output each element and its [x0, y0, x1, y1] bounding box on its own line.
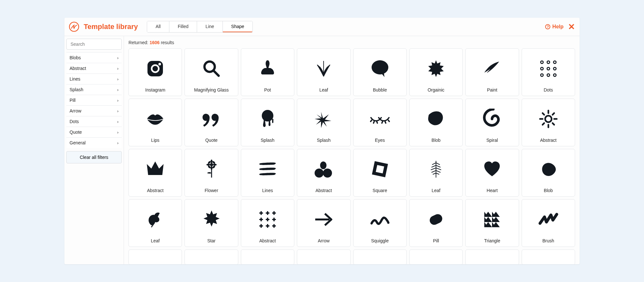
- template-label: Heart: [487, 186, 497, 193]
- svg-point-7: [541, 61, 543, 63]
- template-card[interactable]: Triangle: [465, 199, 519, 247]
- svg-point-6: [372, 60, 388, 74]
- results-suffix: results: [161, 40, 174, 45]
- template-card[interactable]: Splash: [297, 99, 350, 146]
- template-card[interactable]: Leaf: [409, 149, 463, 197]
- template-card[interactable]: [128, 249, 182, 264]
- svg-line-47: [432, 163, 436, 165]
- close-button[interactable]: ✕: [568, 23, 575, 31]
- filter-general[interactable]: General›: [66, 137, 122, 148]
- chevron-right-icon: ›: [117, 87, 118, 92]
- template-card[interactable]: Orgainic: [409, 48, 463, 96]
- instagram-icon: [132, 52, 178, 85]
- chevron-right-icon: ›: [117, 98, 118, 103]
- template-card[interactable]: Brush: [522, 199, 575, 247]
- filter-lines[interactable]: Lines›: [66, 73, 122, 84]
- plusgrid-icon: [244, 203, 291, 236]
- chevron-right-icon: ›: [117, 119, 118, 124]
- clear-filters-button[interactable]: Clear all filters: [66, 151, 122, 163]
- filter-dots[interactable]: Dots›: [66, 116, 122, 127]
- template-label: Pot: [264, 85, 271, 92]
- template-card[interactable]: Flower: [185, 149, 238, 197]
- template-card[interactable]: Spiral: [465, 99, 519, 146]
- filter-abstract[interactable]: Abstract›: [66, 63, 122, 73]
- template-card[interactable]: Heart: [465, 149, 519, 197]
- template-card[interactable]: Instagram: [128, 48, 182, 96]
- template-card[interactable]: Bubble: [353, 48, 407, 96]
- filter-label: Blobs: [70, 55, 81, 60]
- template-label: Star: [207, 236, 216, 243]
- template-label: Flower: [205, 186, 218, 193]
- filter-pill[interactable]: Pill›: [66, 95, 122, 105]
- template-card[interactable]: [353, 249, 407, 264]
- template-card[interactable]: Abstract: [522, 99, 575, 146]
- aloe-icon: [300, 52, 347, 85]
- template-card[interactable]: Squiggle: [353, 199, 407, 247]
- template-card[interactable]: Star: [185, 199, 238, 247]
- template-card[interactable]: [241, 249, 294, 264]
- app-logo-icon: [69, 22, 79, 32]
- svg-line-31: [553, 113, 554, 115]
- template-card[interactable]: Eyes: [353, 99, 407, 146]
- template-card[interactable]: [522, 249, 575, 264]
- filter-blobs[interactable]: Blobs›: [66, 52, 122, 63]
- template-card[interactable]: Lines: [241, 149, 294, 197]
- filter-label: Pill: [70, 98, 76, 103]
- template-label: Bubble: [373, 85, 387, 92]
- template-card[interactable]: Abstract: [128, 149, 182, 197]
- template-card[interactable]: [465, 249, 519, 264]
- template-card[interactable]: Abstract: [241, 199, 294, 247]
- filter-arrow[interactable]: Arrow›: [66, 105, 122, 116]
- template-card[interactable]: Magnifying Glass: [185, 48, 238, 96]
- template-label: Dots: [544, 85, 553, 92]
- template-card[interactable]: Quote: [185, 99, 238, 146]
- oak-icon: [132, 203, 178, 236]
- tab-shape[interactable]: Shape: [223, 21, 252, 32]
- quote-icon: [188, 102, 234, 136]
- template-card[interactable]: Square: [353, 149, 407, 197]
- filter-splash[interactable]: Splash›: [66, 84, 122, 95]
- template-card[interactable]: Abstract: [297, 149, 350, 197]
- template-label: Instagram: [145, 85, 165, 92]
- template-card[interactable]: Blob: [409, 99, 463, 146]
- template-card[interactable]: Pill: [409, 199, 463, 247]
- template-label: Quote: [205, 136, 217, 143]
- template-card[interactable]: Splash: [241, 99, 294, 146]
- main-content: Returned: 1606 results InstagramMagnifyi…: [124, 36, 580, 264]
- template-card[interactable]: Blob: [522, 149, 575, 197]
- blob1-icon: [413, 102, 459, 136]
- svg-line-5: [213, 71, 219, 76]
- template-card[interactable]: Pot: [241, 48, 294, 96]
- template-card[interactable]: Lips: [128, 99, 182, 146]
- template-card[interactable]: Leaf: [128, 199, 182, 247]
- tab-line[interactable]: Line: [197, 21, 223, 32]
- help-button[interactable]: ? Help: [545, 24, 564, 30]
- tab-all[interactable]: All: [147, 21, 169, 32]
- filter-quote[interactable]: Quote›: [66, 127, 122, 137]
- chevron-right-icon: ›: [117, 55, 118, 60]
- template-card[interactable]: Arrow: [297, 199, 350, 247]
- template-label: Splash: [317, 136, 331, 143]
- tab-bar: AllFilledLineShape: [147, 21, 253, 33]
- template-card[interactable]: [409, 249, 463, 264]
- arrow-icon: [300, 203, 347, 236]
- svg-point-42: [315, 169, 324, 178]
- bubble-icon: [357, 52, 403, 85]
- svg-point-10: [541, 67, 543, 70]
- svg-line-18: [374, 122, 374, 123]
- chevron-right-icon: ›: [117, 77, 118, 82]
- results-prefix: Returned:: [128, 40, 148, 45]
- template-card[interactable]: [185, 249, 238, 264]
- template-card[interactable]: Leaf: [297, 48, 350, 96]
- lips-icon: [132, 102, 178, 136]
- template-grid: InstagramMagnifying GlassPotLeafBubbleOr…: [128, 48, 575, 264]
- app-window: Template library AllFilledLineShape ? He…: [64, 18, 580, 264]
- svg-line-54: [436, 170, 440, 172]
- template-card[interactable]: Dots: [522, 48, 575, 96]
- search-input[interactable]: [66, 39, 122, 50]
- template-card[interactable]: Paint: [465, 48, 519, 96]
- template-label: Blob: [431, 136, 440, 143]
- template-card[interactable]: [297, 249, 350, 264]
- svg-line-30: [543, 123, 544, 125]
- tab-filled[interactable]: Filled: [169, 21, 197, 32]
